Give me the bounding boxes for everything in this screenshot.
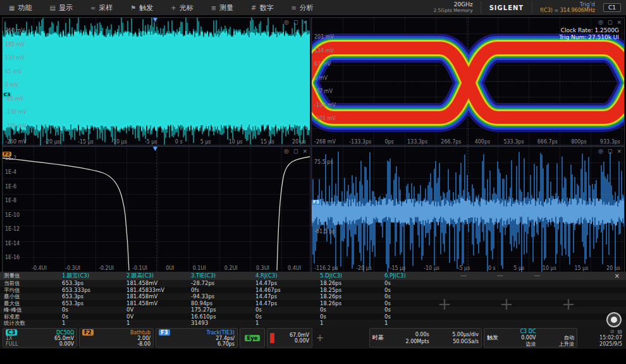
- timebase-descriptor[interactable]: 时基 0.00s 5.00µs/div 2.00Mpts 50.0GSa/s: [369, 328, 482, 348]
- table-row: 标准差 0s 0V 16.610ps 0s 0s 0s: [0, 313, 626, 320]
- menu-cursor-label: 光标: [180, 3, 193, 13]
- channel-c3-descriptor[interactable]: C3 DC50Ω 1X 65.0mV FULL 0.00V: [3, 328, 77, 348]
- table-value: 0s: [381, 313, 445, 320]
- menu-analysis[interactable]: ≋ 分析: [282, 0, 322, 15]
- menu-measure[interactable]: ≣ 测量: [202, 0, 242, 15]
- panel-maximize-icon[interactable]: ◻: [608, 18, 612, 26]
- menu-function-label: 功能: [18, 3, 32, 13]
- menu-trigger[interactable]: ⚑ 触发: [121, 0, 162, 15]
- panel-maximize-icon[interactable]: ◻: [293, 18, 298, 26]
- trigger-flag-icon: ⚑: [130, 4, 136, 11]
- f2-offset: -8.00: [137, 341, 150, 347]
- c3-offset: 0.00V: [59, 341, 74, 347]
- function-f3-descriptor[interactable]: F3 Track(TIE3) 27.4ps/ 6.70ps: [156, 328, 238, 348]
- menu-bar-right: 20GHz 2.5Gpts Memory SIGLENT Trig'd f(C3…: [433, 0, 626, 15]
- add-measurement-button[interactable]: +: [562, 296, 575, 312]
- trigger-position-icon[interactable]: ▼: [153, 17, 157, 23]
- tie-track-panel[interactable]: F3 ◎ ◻ × 75.5 ps -61.5 ps -116.2 ps -20 …: [311, 146, 625, 272]
- panel-close-icon[interactable]: ×: [302, 18, 307, 26]
- panel-close-icon[interactable]: ×: [302, 147, 307, 155]
- row-label: 当前值: [0, 280, 58, 287]
- f3-function: Track(TIE3): [206, 330, 235, 336]
- touch-icon[interactable]: ⊙: [610, 329, 615, 334]
- table-value: 0s: [381, 287, 445, 294]
- table-header-meas3[interactable]: 3.TIE(C3): [187, 272, 252, 280]
- f2-badge: F2: [82, 329, 94, 336]
- panel-close-icon[interactable]: ×: [617, 18, 622, 26]
- eye-scale: 67.0mV: [277, 332, 309, 338]
- menu-acquire[interactable]: ≈ 采样: [82, 0, 121, 15]
- panel-maximize-icon[interactable]: ◻: [608, 147, 612, 155]
- table-row: 峰-峰值 0s 0V 175.27ps 0s 0s 0s: [0, 306, 626, 313]
- menu-display-label: 显示: [59, 3, 73, 13]
- panel-snapshot-icon[interactable]: ◎: [598, 147, 603, 155]
- c3-scale: 65.0mV: [54, 336, 74, 341]
- f2-level-marker[interactable]: F2: [3, 152, 11, 157]
- table-header-meas1[interactable]: 1.眼宽(C3): [58, 272, 123, 280]
- panel-menu-icon[interactable]: ▤: [617, 329, 622, 334]
- table-value: 18.25ps: [316, 287, 381, 294]
- table-row: 统计次数 1 1 31493 1 1 1: [0, 320, 626, 327]
- display-icon: ▤: [49, 4, 55, 11]
- row-label: 平均值: [0, 287, 58, 294]
- table-value: 31493: [187, 320, 252, 327]
- table-value: 181.458mV: [123, 293, 187, 300]
- function-f2-descriptor[interactable]: F2 Bathtub 2.00/ -8.00: [79, 328, 154, 348]
- add-measurement-button[interactable]: +: [500, 296, 513, 312]
- menu-acquire-label: 采样: [99, 3, 113, 13]
- table-header-meas6[interactable]: 6.PJ(C3): [381, 272, 445, 280]
- eye-diagram-panel[interactable]: Clock Rate: 1.2500G Trig Num: 27.510k UI…: [311, 17, 625, 146]
- siglent-logo: SIGLENT: [489, 4, 524, 11]
- menu-function[interactable]: ▦ 功能: [0, 0, 40, 15]
- quick-menu-button[interactable]: [606, 312, 622, 327]
- waveform-panel[interactable]: ▼ C3 ◎ ◻ × 260 mV 195 mV 130 mV 65 mV 0 …: [2, 17, 310, 146]
- clock-time: 15:02:07: [599, 335, 622, 341]
- add-channel-button[interactable]: +: [314, 328, 326, 348]
- menu-cursor[interactable]: + 光标: [162, 0, 202, 15]
- table-value: -28.72ps: [187, 280, 252, 287]
- row-label: 标准差: [0, 313, 58, 320]
- red-trace-marker: [270, 333, 274, 343]
- panel-maximize-icon[interactable]: ◻: [293, 147, 298, 155]
- table-header-cell: 测量值: [0, 272, 58, 280]
- menu-display[interactable]: ▤ 显示: [40, 0, 81, 15]
- trigger-status: Trig'd f(C3) = 314.9606MHz: [532, 1, 595, 14]
- menu-digital[interactable]: # 数字: [242, 0, 282, 15]
- measurement-table: 测量值 1.眼宽(C3) 2.眼高(C3) 3.TIE(C3) 4.RJ(C3)…: [0, 272, 626, 327]
- table-header-meas5[interactable]: 5.DJ(C3): [316, 272, 381, 280]
- panel-snapshot-icon[interactable]: ◎: [598, 18, 603, 26]
- trigger-position-icon[interactable]: ▼: [153, 146, 157, 152]
- c3-badge: C3: [6, 329, 17, 336]
- tie-track-trace: [312, 147, 624, 272]
- f3-offset: 6.70ps: [218, 341, 235, 347]
- table-value: 18.26ps: [316, 300, 381, 307]
- eye-descriptor[interactable]: Eye: [240, 328, 265, 348]
- panel-close-icon[interactable]: ×: [617, 147, 622, 155]
- add-measurement-button[interactable]: +: [438, 296, 451, 312]
- table-header-meas4[interactable]: 4.RJ(C3): [252, 272, 316, 280]
- channel-c1-selector[interactable]: C1: [603, 3, 621, 12]
- table-value: 0s: [58, 306, 123, 313]
- panel-snapshot-icon[interactable]: ◎: [284, 18, 289, 26]
- panel-toolbar: ◎ ◻ ×: [284, 18, 307, 26]
- f2-function: Bathtub: [130, 330, 150, 336]
- table-value: 1: [58, 320, 123, 327]
- bathtub-panel[interactable]: ▼ F2 ◎ ◻ × 1E-2 1E-4 1E-6 1E-8 1E-10 1E-…: [2, 146, 310, 272]
- table-close-button[interactable]: ×: [615, 272, 620, 280]
- trigger-descriptor[interactable]: 触发 C3 DC 0.00V 自动 边沿 上升沿: [484, 328, 577, 348]
- measure-icon: ≣: [211, 4, 216, 11]
- table-value: 1: [123, 320, 187, 327]
- panel-snapshot-icon[interactable]: ◎: [284, 147, 289, 155]
- cursor-cross-icon: +: [171, 4, 176, 11]
- timebase-points: 2.00Mpts: [389, 339, 429, 344]
- eye-scale-descriptor[interactable]: 67.0mV 0.00V: [267, 328, 312, 348]
- c3-noise-trace: [3, 18, 310, 145]
- f3-level-marker[interactable]: F3: [312, 200, 321, 205]
- channel-status-bar: C3 DC50Ω 1X 65.0mV FULL 0.00V F2 Bathtub…: [0, 327, 626, 349]
- table-header-meas2[interactable]: 2.眼高(C3): [123, 272, 187, 280]
- table-value: 1: [252, 320, 316, 327]
- c3-level-marker[interactable]: C3: [3, 92, 11, 97]
- table-value: 0V: [123, 313, 187, 320]
- menu-measure-label: 测量: [219, 3, 233, 13]
- panel-toolbar: ◎ ◻ ×: [284, 147, 307, 155]
